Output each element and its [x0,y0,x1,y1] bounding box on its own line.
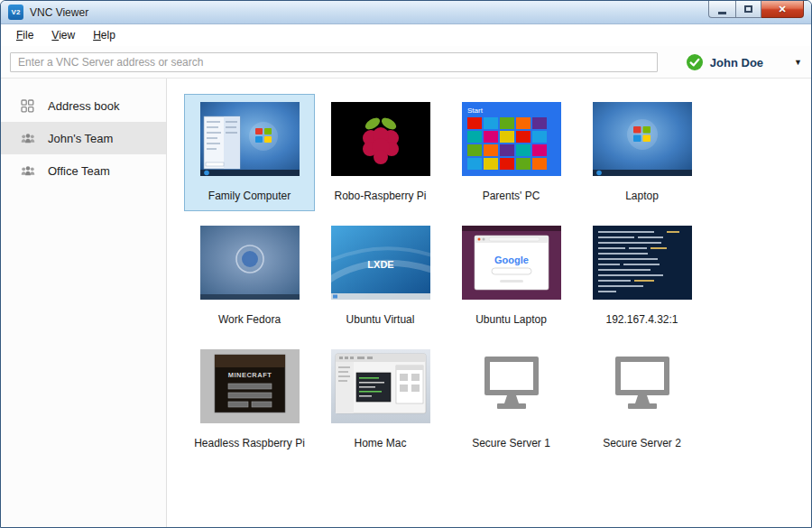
server-item-192-167-4-32-1[interactable]: 192.167.4.32:1 [577,218,707,335]
maximize-icon [744,5,752,13]
server-label: 192.167.4.32:1 [605,313,678,326]
server-item-headless-raspberry-pi[interactable]: MINECRAFT Headless Raspberry Pi [184,341,315,459]
server-item-secure-server-1[interactable]: Secure Server 1 [446,341,577,459]
svg-text:LXDE: LXDE [367,259,393,270]
sidebar: Address book John's Team [1,79,167,527]
sidebar-item-johns-team[interactable]: John's Team [1,122,166,154]
server-item-parents-pc[interactable]: Start Parents' PC [446,94,577,211]
close-button[interactable]: ✕ [761,1,804,18]
server-label: Work Fedora [218,313,281,326]
menu-file[interactable]: File [8,26,42,44]
server-item-family-computer[interactable]: Family Computer [184,94,315,211]
minimize-button[interactable] [708,1,735,18]
thumbnail-minecraft-screen: MINECRAFT [200,349,300,423]
chevron-down-icon: ▼ [794,58,802,67]
thumbnail-mac-desktop [331,349,430,423]
thumbnail-win7-desktop-startmenu [200,102,300,176]
server-label: Secure Server 2 [603,437,681,449]
thumbnail-fedora-desktop [200,226,300,300]
toolbar: John Doe ▼ [1,46,811,79]
thumbnail-win7-desktop [593,102,692,176]
server-item-ubuntu-virtual[interactable]: LXDE Ubuntu Virtual [315,218,446,335]
server-label: Headless Raspberry Pi [194,437,305,449]
team-icon [21,163,35,178]
address-book-icon [21,98,35,113]
content-area: Address book John's Team [1,79,811,527]
thumbnail-win8-start-screen: Start [462,102,561,176]
server-label: Parents' PC [483,190,540,202]
server-label: Family Computer [208,190,291,202]
server-grid: Family Computer [184,94,707,465]
menu-help[interactable]: Help [85,26,124,44]
thumbnail-monitor-icon [593,349,692,423]
server-label: Ubuntu Laptop [475,313,547,326]
server-item-work-fedora[interactable]: Work Fedora [184,218,315,335]
menu-bar: File View Help [1,24,811,46]
sidebar-item-address-book[interactable]: Address book [1,89,166,122]
server-label: Robo-Raspberry Pi [334,190,426,202]
thumbnail-monitor-icon [462,349,561,423]
close-icon: ✕ [778,5,786,14]
server-item-laptop[interactable]: Laptop [577,94,707,211]
svg-text:MINECRAFT: MINECRAFT [227,371,272,379]
title-bar[interactable]: V2 VNC Viewer ✕ [1,1,811,24]
maximize-button[interactable] [735,1,761,18]
server-item-secure-server-2[interactable]: Secure Server 2 [577,341,707,459]
thumbnail-raspberry-logo [331,102,430,176]
svg-text:Start: Start [467,107,484,115]
svg-text:Google: Google [494,255,529,265]
server-item-ubuntu-laptop[interactable]: Google Ubuntu Laptop [446,218,577,335]
server-label: Home Mac [354,437,406,449]
server-label: Laptop [625,190,659,202]
green-check-icon [687,54,703,70]
user-name: John Doe [710,56,763,69]
thumbnail-ubuntu-browser: Google [462,226,561,300]
server-label: Secure Server 1 [472,437,550,449]
user-menu[interactable]: John Doe ▼ [687,46,802,79]
vnc-logo-icon: V2 [8,5,23,20]
menu-view[interactable]: View [43,26,83,44]
window-controls: ✕ [708,1,804,18]
server-grid-area: Family Computer [167,79,811,527]
server-item-robo-raspberry-pi[interactable]: Robo-Raspberry Pi [315,94,446,211]
sidebar-item-label: Address book [48,99,120,113]
team-icon [21,131,35,145]
sidebar-item-label: John's Team [48,132,113,145]
server-label: Ubuntu Virtual [346,313,415,326]
search-input[interactable] [10,52,658,72]
server-item-home-mac[interactable]: Home Mac [315,341,446,459]
sidebar-item-label: Office Team [48,164,110,178]
thumbnail-lxde-desktop: LXDE [331,226,430,300]
sidebar-item-office-team[interactable]: Office Team [1,154,166,187]
thumbnail-terminal-screen [593,226,692,300]
vnc-viewer-window: V2 VNC Viewer ✕ File View Help John Doe … [0,0,812,528]
window-title: VNC Viewer [30,6,88,19]
minimize-icon [718,12,726,14]
